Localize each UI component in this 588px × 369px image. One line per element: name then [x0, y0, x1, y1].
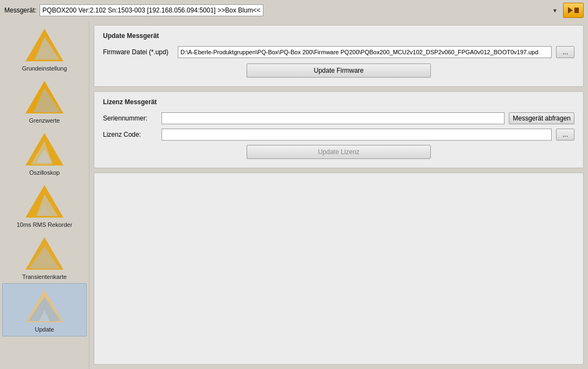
- firmware-panel: Update Messgerät Firmware Datei (*.upd) …: [94, 25, 584, 87]
- firmware-datei-label: Firmware Datei (*.upd): [103, 48, 173, 56]
- update-firmware-button[interactable]: Update Firmware: [247, 63, 431, 78]
- sidebar: Grundeinstellung Grenzwerte Oszilloskop: [0, 21, 89, 369]
- firmware-path-input[interactable]: [178, 46, 552, 58]
- sidebar-item-rms-rekorder-label: 10ms RMS Rekorder: [17, 221, 73, 228]
- lizenz-browse-button[interactable]: ...: [556, 129, 574, 141]
- sidebar-item-rms-rekorder[interactable]: 10ms RMS Rekorder: [2, 179, 87, 231]
- lizenz-code-label: Lizenz Code:: [103, 131, 157, 138]
- rms-rekorder-icon: [23, 182, 66, 220]
- oszilloskop-icon: [23, 130, 66, 168]
- firmware-browse-button[interactable]: ...: [556, 46, 574, 58]
- update-icon: [23, 287, 66, 325]
- sidebar-item-update-label: Update: [35, 326, 54, 333]
- messgeraet-label: Messgerät:: [4, 7, 36, 14]
- sidebar-item-oszilloskop-label: Oszilloskop: [29, 169, 60, 176]
- play-stop-button[interactable]: [563, 3, 584, 18]
- content-area: Update Messgerät Firmware Datei (*.upd) …: [89, 21, 588, 369]
- stop-icon: [574, 8, 579, 13]
- transientenkarte-icon: [23, 234, 66, 272]
- sidebar-item-grundeinstellung[interactable]: Grundeinstellung: [2, 23, 87, 75]
- sidebar-item-grundeinstellung-label: Grundeinstellung: [22, 65, 67, 72]
- messgeraet-abfragen-button[interactable]: Messgerät abfragen: [509, 112, 574, 124]
- lizenz-code-input[interactable]: [161, 129, 552, 141]
- seriennummer-row: Seriennummer: Messgerät abfragen: [103, 112, 574, 124]
- lizenz-code-row: Lizenz Code: ...: [103, 129, 574, 141]
- sidebar-item-update[interactable]: Update: [2, 283, 87, 336]
- bottom-panel: [94, 173, 584, 365]
- sidebar-item-grenzwerte[interactable]: Grenzwerte: [2, 75, 87, 127]
- firmware-panel-title: Update Messgerät: [103, 32, 574, 40]
- grenzwerte-icon: [23, 78, 66, 116]
- play-icon: [568, 7, 573, 14]
- update-firmware-row: Update Firmware: [103, 63, 574, 78]
- seriennummer-label: Seriennummer:: [103, 114, 157, 122]
- update-lizenz-row: Update Lizenz: [103, 145, 574, 159]
- license-panel-title: Lizenz Messgerät: [103, 98, 574, 106]
- main-layout: Grundeinstellung Grenzwerte Oszilloskop: [0, 21, 588, 369]
- top-bar: Messgerät: PQBOX200 Ver:2.102 Sn:1503-00…: [0, 0, 588, 21]
- firmware-row: Firmware Datei (*.upd) ...: [103, 46, 574, 58]
- sidebar-item-transientenkarte-label: Transientenkarte: [22, 273, 67, 280]
- sidebar-item-grenzwerte-label: Grenzwerte: [29, 117, 60, 124]
- seriennummer-input[interactable]: [161, 112, 505, 124]
- update-lizenz-button[interactable]: Update Lizenz: [247, 145, 431, 159]
- device-select-wrapper: PQBOX200 Ver:2.102 Sn:1503-003 [192.168.…: [40, 4, 560, 16]
- grundeinstellung-icon: [23, 26, 66, 64]
- device-select[interactable]: PQBOX200 Ver:2.102 Sn:1503-003 [192.168.…: [40, 4, 263, 16]
- sidebar-item-transientenkarte[interactable]: Transientenkarte: [2, 231, 87, 283]
- license-panel: Lizenz Messgerät Seriennummer: Messgerät…: [94, 91, 584, 168]
- sidebar-item-oszilloskop[interactable]: Oszilloskop: [2, 127, 87, 179]
